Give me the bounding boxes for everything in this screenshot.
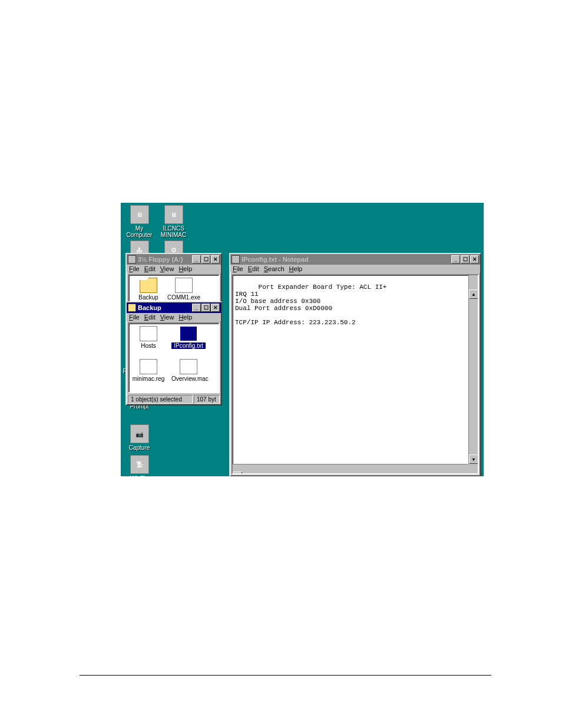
window-title: IPconfig.txt - Notepad bbox=[242, 256, 451, 263]
file-hosts[interactable]: Hosts bbox=[131, 326, 166, 349]
file-label: minimac.reg bbox=[131, 375, 166, 382]
client-notepad[interactable]: Port Expander Board Type: ACL II+ IRQ 11… bbox=[232, 274, 479, 475]
menu-help[interactable]: Help bbox=[178, 314, 192, 321]
file-label: Overview.mac bbox=[171, 375, 206, 382]
file-backup-folder[interactable]: Backup bbox=[131, 278, 166, 301]
folder-icon bbox=[140, 278, 157, 293]
status-size: 107 byt bbox=[194, 395, 220, 404]
window-backup: Backup _ ☐ ✕ File Edit View Help Hosts I… bbox=[125, 301, 222, 406]
maximize-button[interactable]: ☐ bbox=[461, 255, 470, 263]
scrollbar-horizontal[interactable]: ◀ ▶ bbox=[233, 464, 468, 473]
zip-icon: 🗜 bbox=[130, 455, 149, 474]
status-selection: 1 object(s) selected bbox=[128, 395, 193, 404]
menu-edit[interactable]: Edit bbox=[144, 265, 156, 272]
menubar-notepad: File Edit Search Help bbox=[230, 265, 480, 273]
minimize-button[interactable]: _ bbox=[192, 304, 201, 312]
client-backup: Hosts IPconfig.txt minimac.reg Overview.… bbox=[128, 322, 220, 393]
desktop-icon-label: ILCNCS MINIMAC bbox=[157, 225, 190, 238]
desktop-icon-capture[interactable]: 📷 Capture bbox=[123, 424, 156, 451]
exe-icon bbox=[175, 278, 193, 293]
notepad-icon bbox=[232, 255, 240, 263]
file-icon bbox=[140, 326, 157, 341]
titlebar-floppy[interactable]: 3½ Floppy (A:) _ ☐ ✕ bbox=[127, 254, 221, 265]
file-label: Hosts bbox=[131, 342, 166, 349]
menu-search[interactable]: Search bbox=[264, 265, 285, 272]
scroll-up-button[interactable]: ▲ bbox=[469, 289, 478, 299]
window-title: 3½ Floppy (A:) bbox=[138, 256, 191, 263]
file-label: Backup bbox=[131, 294, 166, 301]
app-icon: 🖥 bbox=[164, 205, 183, 224]
menu-help[interactable]: Help bbox=[178, 265, 192, 272]
txt-icon bbox=[180, 326, 197, 341]
menu-file[interactable]: File bbox=[233, 265, 243, 272]
file-ipconfig-txt[interactable]: IPconfig.txt bbox=[171, 326, 206, 349]
close-button[interactable]: ✕ bbox=[211, 255, 220, 263]
minimize-button[interactable]: _ bbox=[192, 255, 201, 263]
maximize-button[interactable]: ☐ bbox=[201, 304, 210, 312]
window-title: Backup bbox=[138, 304, 191, 311]
menu-view[interactable]: View bbox=[160, 265, 174, 272]
menu-file[interactable]: File bbox=[129, 314, 140, 321]
menu-help[interactable]: Help bbox=[289, 265, 303, 272]
menu-file[interactable]: File bbox=[129, 265, 140, 272]
menu-view[interactable]: View bbox=[160, 314, 174, 321]
titlebar-notepad[interactable]: IPconfig.txt - Notepad _ ☐ ✕ bbox=[230, 254, 480, 265]
file-label: IPconfig.txt bbox=[171, 342, 206, 349]
scrollbar-vertical[interactable]: ▲ ▼ bbox=[468, 275, 478, 464]
file-comm1-exe[interactable]: COMM1.exe bbox=[167, 278, 201, 301]
folder-icon bbox=[128, 304, 136, 312]
file-minimac-reg[interactable]: minimac.reg bbox=[131, 359, 166, 382]
file-icon bbox=[180, 359, 197, 374]
minimize-button[interactable]: _ bbox=[451, 255, 460, 263]
desktop-icon-ilcncs[interactable]: 🖥 ILCNCS MINIMAC bbox=[157, 205, 190, 238]
close-button[interactable]: ✕ bbox=[470, 255, 479, 263]
desktop-icon-label: My Computer bbox=[123, 225, 156, 238]
menu-edit[interactable]: Edit bbox=[248, 265, 259, 272]
page-footer-rule bbox=[80, 675, 491, 676]
camera-icon: 📷 bbox=[130, 424, 149, 443]
scroll-down-button[interactable]: ▼ bbox=[469, 454, 478, 464]
computer-icon: 🖥 bbox=[130, 205, 149, 224]
desktop-icon-label: WinZip bbox=[123, 475, 156, 476]
reg-icon bbox=[140, 359, 157, 374]
floppy-icon bbox=[128, 255, 136, 263]
titlebar-backup[interactable]: Backup _ ☐ ✕ bbox=[127, 302, 221, 313]
close-button[interactable]: ✕ bbox=[211, 304, 220, 312]
desktop: 🖥 My Computer 🖥 ILCNCS MINIMAC 🖧 ⚙ Re Pr… bbox=[121, 203, 484, 476]
maximize-button[interactable]: ☐ bbox=[201, 255, 210, 263]
desktop-icon-my-computer[interactable]: 🖥 My Computer bbox=[123, 205, 156, 238]
file-overview-mac[interactable]: Overview.mac bbox=[171, 359, 206, 382]
file-label: COMM1.exe bbox=[167, 294, 201, 301]
desktop-icon-winzip[interactable]: 🗜 WinZip bbox=[123, 455, 156, 476]
menubar-floppy: File Edit View Help bbox=[127, 265, 221, 273]
window-notepad: IPconfig.txt - Notepad _ ☐ ✕ File Edit S… bbox=[229, 253, 481, 476]
notepad-text[interactable]: Port Expander Board Type: ACL II+ IRQ 11… bbox=[235, 284, 386, 326]
menu-edit[interactable]: Edit bbox=[144, 314, 156, 321]
scroll-left-button[interactable]: ◀ bbox=[233, 472, 242, 475]
desktop-icon-label: Capture bbox=[123, 444, 156, 451]
scroll-corner bbox=[468, 464, 478, 473]
statusbar-backup: 1 object(s) selected 107 byt bbox=[127, 394, 221, 404]
menubar-backup: File Edit View Help bbox=[127, 313, 221, 321]
